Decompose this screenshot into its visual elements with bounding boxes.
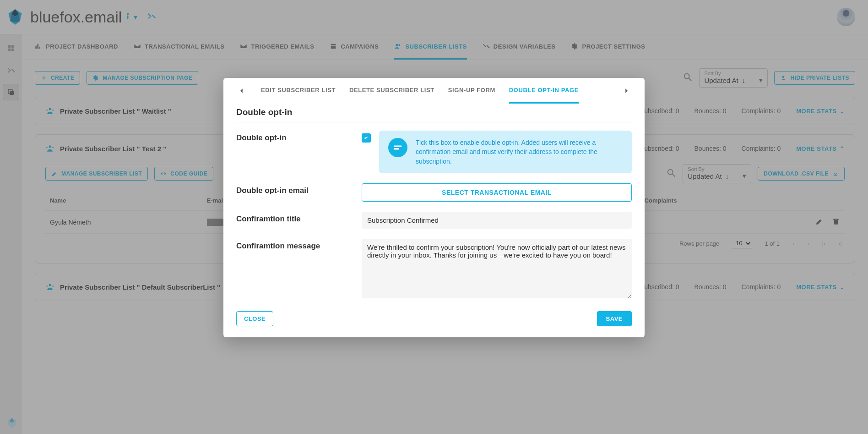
tabs-next-icon[interactable]	[621, 88, 632, 94]
confirmation-title-input[interactable]	[362, 212, 632, 229]
double-opt-in-hint: Tick this box to enable double opt-in. A…	[379, 131, 632, 173]
svg-rect-31	[394, 148, 399, 150]
modal-tab-edit[interactable]: EDIT SUBSCRIBER LIST	[261, 78, 336, 104]
close-button[interactable]: CLOSE	[236, 311, 273, 326]
form-icon	[388, 138, 407, 157]
double-opt-in-label: Double opt-in	[236, 131, 351, 143]
double-opt-in-modal: EDIT SUBSCRIBER LIST DELETE SUBSCRIBER L…	[223, 78, 645, 337]
modal-tab-signup[interactable]: SIGN-UP FORM	[448, 78, 495, 104]
select-transactional-email-button[interactable]: SELECT TRANSACTIONAL EMAIL	[362, 183, 632, 202]
double-opt-in-checkbox[interactable]	[362, 133, 371, 143]
modal-section-title: Double opt-in	[236, 104, 632, 122]
modal-tab-double-opt-in[interactable]: DOUBLE OPT-IN PAGE	[509, 78, 579, 104]
double-opt-in-hint-text: Tick this box to enable double opt-in. A…	[416, 138, 623, 166]
double-opt-in-email-label: Double opt-in email	[236, 183, 351, 195]
modal-tabs: EDIT SUBSCRIBER LIST DELETE SUBSCRIBER L…	[236, 78, 632, 104]
modal-tab-delete[interactable]: DELETE SUBSCRIBER LIST	[349, 78, 434, 104]
tabs-prev-icon[interactable]	[236, 88, 247, 94]
svg-rect-30	[394, 145, 402, 147]
save-button[interactable]: SAVE	[597, 311, 632, 326]
confirmation-title-label: Confiramtion title	[236, 212, 351, 224]
confirmation-message-label: Confiramtion message	[236, 239, 351, 251]
modal-footer: CLOSE SAVE	[236, 308, 632, 326]
confirmation-message-textarea[interactable]	[362, 239, 632, 298]
